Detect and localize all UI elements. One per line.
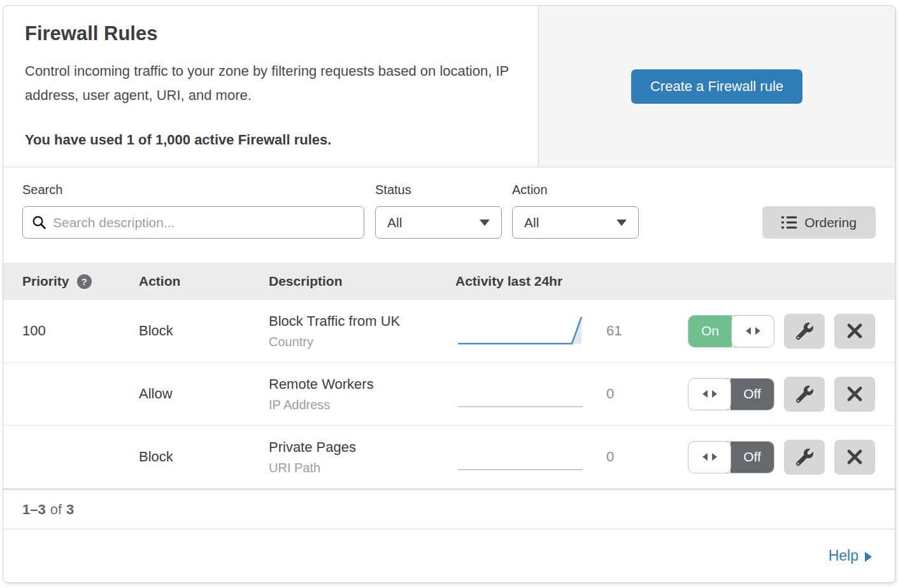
pagination-total: 3 [66,501,74,518]
delete-rule-button[interactable] [834,440,875,475]
header-text-block: Firewall Rules Control incoming traffic … [3,6,538,167]
arrow-left-icon [746,327,751,335]
arrow-right-icon [865,552,872,562]
status-label: Status [375,183,502,197]
description-cell: Block Traffic from UK Country [269,313,455,349]
delete-rule-button[interactable] [834,377,875,412]
pagination-of: of [50,501,62,518]
enable-toggle[interactable]: Off [688,441,774,473]
filter-bar: Search Status All Action All [3,167,895,263]
activity-count: 0 [606,449,614,465]
wrench-icon [796,449,813,466]
chevron-down-icon [616,220,627,226]
column-header-priority: Priority ? [22,274,139,289]
priority-cell: 100 [22,323,139,339]
header-section: Firewall Rules Control incoming traffic … [3,6,895,167]
status-selected-value: All [387,215,402,230]
wrench-icon [796,323,813,340]
priority-help-icon[interactable]: ? [77,274,92,289]
action-cell: Block [139,323,269,339]
wrench-icon [796,386,813,403]
edit-rule-button[interactable] [784,440,825,475]
description-cell: Private Pages URI Path [269,439,455,475]
column-header-action: Action [139,274,269,289]
activity-sparkline-icon [455,313,586,349]
table-row: Block Private Pages URI Path 0 Off [3,426,895,489]
toggle-state-label: On [688,316,732,347]
ordering-button[interactable]: Ordering [762,206,876,239]
rule-type: Country [269,335,455,349]
enable-toggle[interactable]: On [688,315,774,347]
action-cell: Allow [139,386,269,402]
search-label: Search [22,183,364,197]
edit-rule-button[interactable] [784,377,825,412]
enable-toggle[interactable]: Off [688,378,774,410]
page-title: Firewall Rules [25,22,517,45]
rule-description: Remote Workers [269,376,455,393]
toggle-knob[interactable] [731,315,774,347]
firewall-rules-panel: Firewall Rules Control incoming traffic … [3,5,895,583]
activity-sparkline-icon [455,376,586,412]
activity-cell: 61 [455,313,688,349]
usage-note: You have used 1 of 1,000 active Firewall… [25,132,517,148]
status-group: Status All [375,183,502,239]
search-input[interactable] [53,215,355,230]
description-cell: Remote Workers IP Address [269,376,455,412]
edit-rule-button[interactable] [784,314,825,349]
table-row: Allow Remote Workers IP Address 0 Off [3,363,895,426]
help-bar: Help [3,529,895,582]
table-header-row: Priority ? Action Description Activity l… [3,263,895,300]
status-select[interactable]: All [375,206,502,239]
action-label: Action [512,183,639,197]
toggle-state-label: Off [731,442,774,473]
search-group: Search [22,183,364,239]
column-header-description: Description [269,274,455,289]
action-selected-value: All [524,215,539,230]
close-icon [847,386,862,402]
chevron-down-icon [480,220,490,226]
action-select[interactable]: All [512,206,639,239]
arrow-right-icon [712,453,717,461]
activity-cell: 0 [455,376,688,412]
activity-count: 61 [606,323,622,339]
toggle-knob[interactable] [688,441,731,473]
column-header-activity: Activity last 24hr [455,274,688,289]
table-row: 100 Block Block Traffic from UK Country … [3,300,895,363]
pagination-range: 1–3 [22,501,46,518]
table-body: 100 Block Block Traffic from UK Country … [3,300,895,489]
row-controls: On [688,314,895,349]
create-firewall-rule-button[interactable]: Create a Firewall rule [631,69,802,104]
activity-count: 0 [606,386,614,402]
rule-type: IP Address [269,398,455,412]
search-icon [32,215,46,230]
pagination-bar: 1–3 of 3 [3,489,895,529]
activity-cell: 0 [455,439,688,475]
page-description: Control incoming traffic to your zone by… [25,59,515,108]
arrow-left-icon [702,453,708,461]
help-link[interactable]: Help [829,547,872,564]
delete-rule-button[interactable] [834,314,875,349]
close-icon [847,323,862,339]
action-group: Action All [512,183,639,239]
toggle-knob[interactable] [688,378,731,410]
arrow-right-icon [712,390,717,398]
arrow-right-icon [755,327,760,335]
search-box [22,206,364,239]
activity-sparkline-icon [455,439,586,475]
row-controls: Off [688,377,895,412]
help-link-label: Help [829,547,859,564]
row-controls: Off [688,440,895,475]
ordering-button-label: Ordering [804,215,857,230]
list-ordering-icon [781,216,797,229]
header-action-panel: Create a Firewall rule [538,6,895,167]
rule-description: Private Pages [269,439,455,456]
rule-type: URI Path [269,461,455,475]
action-cell: Block [139,449,269,465]
rule-description: Block Traffic from UK [269,313,455,330]
arrow-left-icon [702,390,708,398]
toggle-state-label: Off [731,379,774,410]
close-icon [847,449,862,465]
